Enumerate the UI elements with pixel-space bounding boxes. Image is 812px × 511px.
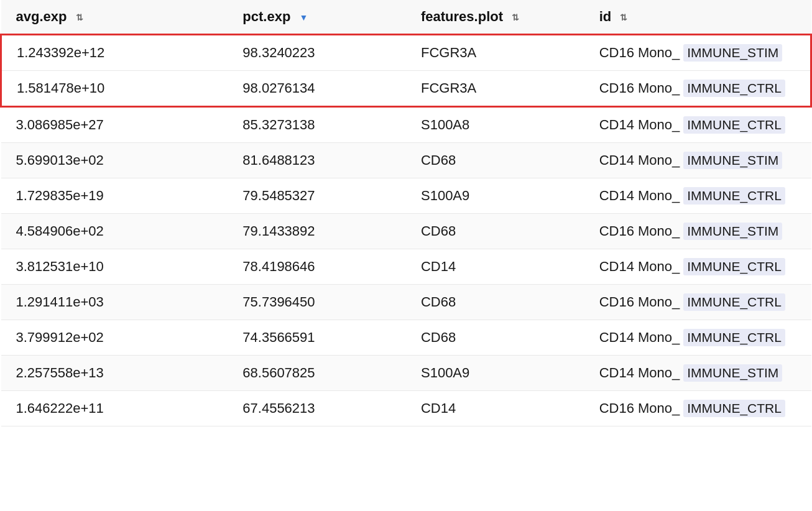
id-prefix: CD14 Mono_ — [599, 152, 680, 168]
id-prefix: CD14 Mono_ — [599, 365, 680, 381]
cell-pct-exp: 74.3566591 — [228, 320, 406, 356]
cell-pct-exp: 68.5607825 — [228, 356, 406, 391]
cell-features-plot: CD68 — [406, 214, 584, 249]
id-prefix: CD14 Mono_ — [599, 259, 680, 275]
id-prefix: CD14 Mono_ — [599, 188, 680, 204]
col-header-features-plot[interactable]: features.plot ⇅ — [406, 0, 584, 35]
table-row[interactable]: 3.086985e+2785.3273138S100A8CD14 Mono_IM… — [1, 107, 811, 143]
col-header-avg-exp-label: avg.exp — [16, 9, 67, 24]
cell-pct-exp: 78.4198646 — [228, 249, 406, 285]
cell-id: CD16 Mono_IMMUNE_STIM — [584, 35, 811, 71]
id-suffix: IMMUNE_CTRL — [683, 187, 785, 205]
table-row[interactable]: 1.291411e+0375.7396450CD68CD16 Mono_IMMU… — [1, 285, 811, 320]
table-body: 1.243392e+1298.3240223FCGR3ACD16 Mono_IM… — [1, 35, 811, 426]
id-prefix: CD16 Mono_ — [599, 400, 680, 417]
cell-id: CD14 Mono_IMMUNE_CTRL — [584, 249, 811, 285]
id-suffix: IMMUNE_STIM — [683, 44, 782, 62]
cell-id: CD16 Mono_IMMUNE_CTRL — [584, 285, 811, 320]
cell-avg-exp: 2.257558e+13 — [1, 356, 228, 391]
table-row[interactable]: 3.799912e+0274.3566591CD68CD14 Mono_IMMU… — [1, 320, 811, 356]
table-row[interactable]: 5.699013e+0281.6488123CD68CD14 Mono_IMMU… — [1, 143, 811, 178]
cell-pct-exp: 75.7396450 — [228, 285, 406, 320]
id-prefix: CD16 Mono_ — [599, 223, 680, 239]
cell-features-plot: CD68 — [406, 285, 584, 320]
table-header-row: avg.exp ⇅ pct.exp ▼ features.plot ⇅ id ⇅ — [1, 0, 811, 35]
cell-pct-exp: 98.0276134 — [228, 71, 406, 107]
cell-features-plot: CD14 — [406, 391, 584, 426]
cell-avg-exp: 1.729835e+19 — [1, 178, 228, 214]
id-suffix: IMMUNE_CTRL — [683, 116, 785, 134]
cell-features-plot: CD14 — [406, 249, 584, 285]
id-prefix: CD16 Mono_ — [599, 80, 680, 96]
cell-features-plot: S100A9 — [406, 178, 584, 214]
table-row[interactable]: 1.646222e+1167.4556213CD14CD16 Mono_IMMU… — [1, 391, 811, 426]
col-sort-avg-exp-icon: ⇅ — [76, 12, 83, 22]
id-suffix: IMMUNE_STIM — [683, 152, 782, 169]
id-suffix: IMMUNE_CTRL — [683, 329, 785, 346]
table-row[interactable]: 1.729835e+1979.5485327S100A9CD14 Mono_IM… — [1, 178, 811, 214]
cell-id: CD16 Mono_IMMUNE_CTRL — [584, 391, 811, 426]
id-suffix: IMMUNE_CTRL — [683, 258, 785, 275]
id-suffix: IMMUNE_CTRL — [683, 293, 785, 311]
cell-features-plot: S100A8 — [406, 107, 584, 143]
cell-id: CD14 Mono_IMMUNE_CTRL — [584, 320, 811, 356]
cell-features-plot: S100A9 — [406, 356, 584, 391]
cell-pct-exp: 79.5485327 — [228, 178, 406, 214]
cell-pct-exp: 81.6488123 — [228, 143, 406, 178]
cell-pct-exp: 85.3273138 — [228, 107, 406, 143]
table-row[interactable]: 1.581478e+1098.0276134FCGR3ACD16 Mono_IM… — [1, 71, 811, 107]
id-prefix: CD16 Mono_ — [599, 45, 680, 61]
col-sort-features-plot-icon: ⇅ — [512, 12, 519, 22]
cell-avg-exp: 3.086985e+27 — [1, 107, 228, 143]
col-header-id[interactable]: id ⇅ — [584, 0, 811, 35]
cell-pct-exp: 79.1433892 — [228, 214, 406, 249]
col-sort-id-icon: ⇅ — [620, 12, 627, 22]
cell-features-plot: FCGR3A — [406, 71, 584, 107]
cell-avg-exp: 1.646222e+11 — [1, 391, 228, 426]
table-row[interactable]: 2.257558e+1368.5607825S100A9CD14 Mono_IM… — [1, 356, 811, 391]
cell-avg-exp: 1.291411e+03 — [1, 285, 228, 320]
cell-avg-exp: 1.243392e+12 — [1, 35, 228, 71]
id-suffix: IMMUNE_CTRL — [683, 400, 785, 417]
cell-avg-exp: 5.699013e+02 — [1, 143, 228, 178]
cell-id: CD14 Mono_IMMUNE_CTRL — [584, 107, 811, 143]
id-prefix: CD14 Mono_ — [599, 117, 680, 133]
cell-pct-exp: 67.4556213 — [228, 391, 406, 426]
cell-features-plot: CD68 — [406, 320, 584, 356]
col-header-pct-exp[interactable]: pct.exp ▼ — [228, 0, 406, 35]
cell-avg-exp: 1.581478e+10 — [1, 71, 228, 107]
cell-avg-exp: 3.812531e+10 — [1, 249, 228, 285]
col-header-id-label: id — [599, 9, 612, 24]
cell-avg-exp: 4.584906e+02 — [1, 214, 228, 249]
id-suffix: IMMUNE_STIM — [683, 223, 782, 240]
cell-features-plot: FCGR3A — [406, 35, 584, 71]
cell-features-plot: CD68 — [406, 143, 584, 178]
table-row[interactable]: 4.584906e+0279.1433892CD68CD16 Mono_IMMU… — [1, 214, 811, 249]
col-header-pct-exp-label: pct.exp — [242, 9, 290, 24]
id-prefix: CD16 Mono_ — [599, 294, 680, 310]
table-row[interactable]: 1.243392e+1298.3240223FCGR3ACD16 Mono_IM… — [1, 35, 811, 71]
cell-id: CD14 Mono_IMMUNE_STIM — [584, 143, 811, 178]
cell-pct-exp: 98.3240223 — [228, 35, 406, 71]
col-header-avg-exp[interactable]: avg.exp ⇅ — [1, 0, 228, 35]
table-row[interactable]: 3.812531e+1078.4198646CD14CD14 Mono_IMMU… — [1, 249, 811, 285]
id-suffix: IMMUNE_STIM — [683, 364, 782, 382]
col-sort-pct-exp-icon: ▼ — [299, 12, 308, 22]
cell-avg-exp: 3.799912e+02 — [1, 320, 228, 356]
cell-id: CD14 Mono_IMMUNE_CTRL — [584, 178, 811, 214]
col-header-features-plot-label: features.plot — [421, 9, 503, 24]
id-prefix: CD14 Mono_ — [599, 329, 680, 346]
cell-id: CD16 Mono_IMMUNE_CTRL — [584, 71, 811, 107]
data-table: avg.exp ⇅ pct.exp ▼ features.plot ⇅ id ⇅… — [0, 0, 812, 426]
cell-id: CD16 Mono_IMMUNE_STIM — [584, 214, 811, 249]
cell-id: CD14 Mono_IMMUNE_STIM — [584, 356, 811, 391]
id-suffix: IMMUNE_CTRL — [683, 80, 785, 97]
